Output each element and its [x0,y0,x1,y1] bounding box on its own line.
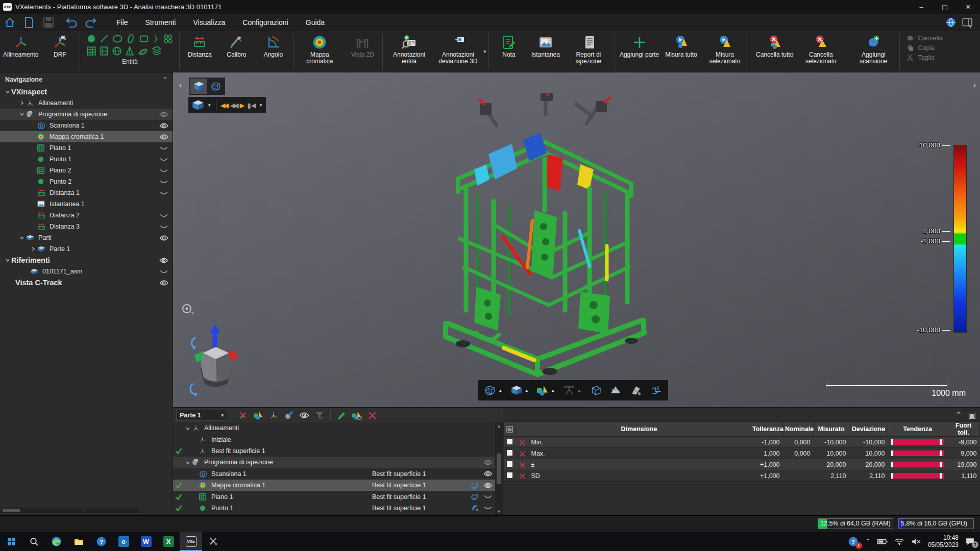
clipboard-copia[interactable]: Copia [906,44,943,52]
start-button[interactable] [0,532,22,551]
col-nominale[interactable]: Nominale [783,422,814,437]
visibility-dim-eye-icon[interactable] [483,459,493,466]
nav-item-scansiona-1[interactable]: Scansiona 1 [0,120,173,131]
collapse-panel-icon[interactable]: ⌃ [163,76,167,83]
visibility-dim-eye-icon[interactable] [159,111,169,118]
tray-help-icon[interactable]: ! [848,536,859,547]
clipboard-taglia[interactable]: Taglia [906,54,943,61]
community-globe-icon[interactable] [945,17,957,28]
tray-battery-icon[interactable] [877,537,888,546]
visibility-eye-icon[interactable] [483,470,493,477]
visibility-eye-icon[interactable] [159,279,169,286]
minimize-button[interactable]: – [910,0,933,14]
visibility-hidden-icon[interactable] [159,189,169,196]
solid-view-button[interactable] [190,79,207,94]
visibility-hidden-icon[interactable] [159,268,169,275]
taskbar-vxelements-icon[interactable]: VXe [180,532,202,551]
delete-alignment-icon[interactable] [237,410,249,421]
play-button[interactable]: ▶ [240,102,245,109]
col-deviazione[interactable]: Deviazione [849,422,888,437]
entity-layers-icon[interactable] [151,45,163,57]
taskbar-search-icon[interactable] [22,532,45,551]
part-tree-iniziale[interactable]: Iniziale [173,434,503,445]
mesh-view-button[interactable] [207,79,224,94]
row-checkbox[interactable] [507,439,512,444]
part-selector-dropdown[interactable]: Parte 1▾ [176,410,227,421]
menu-configurazioni[interactable]: Configurazioni [234,18,297,27]
visibility-eye-icon[interactable] [159,122,169,129]
nav-item-mappa-cromatica-1[interactable]: Mappa cromatica 1 [0,131,173,142]
visibility-hidden-icon[interactable] [159,156,169,163]
save-icon[interactable] [40,15,57,30]
ribbon-mappa-cromatica-button[interactable]: Mappa cromatica [295,31,344,72]
nav-item-parte-1[interactable]: Parte 1 [0,243,173,255]
entity-circle-icon[interactable] [111,33,124,44]
bounding-box-button[interactable] [589,385,602,396]
col-tendenza[interactable]: Tendenza [888,422,947,437]
nav-item-istantanea-1[interactable]: Istantanea 1 [0,198,173,210]
taskbar-help-icon[interactable] [90,532,112,551]
part-tree-mappa-cromatica-1[interactable]: Mappa cromatica 1 Best fit superficie 1 [173,480,503,491]
entity-line-icon[interactable] [99,33,110,44]
nav-item-punto-1[interactable]: Punto 1 [0,154,173,165]
viewport-3d[interactable]: ‹ ‹ ▾ ◀◀ ◀◀ ▶ ▮◀ ▾ 10,000 1,000 -1,000 -… [173,72,980,407]
nav-item-piano-1[interactable]: Piano 1 [0,142,173,154]
entity-arc-icon[interactable] [152,33,161,44]
undo-icon[interactable] [63,15,80,30]
col-fuori-toll[interactable]: Fuori toll. [947,422,980,437]
table-row-sd[interactable]: SD +1,000 2,110 2,110 1,110 [504,470,980,482]
collapse-left-icon[interactable]: ‹ [176,79,185,91]
ribbon-report-button[interactable]: Report di ispezione [564,31,613,72]
nav-item-parti[interactable]: Parti [0,232,173,243]
visibility-hidden-icon[interactable] [159,212,169,219]
part-tree-scrollbar[interactable]: ▲▼ [495,422,503,515]
visibility-eye-icon[interactable] [159,257,169,264]
panel-maximize-icon[interactable]: ▣ [968,410,976,420]
new-document-icon[interactable] [20,15,38,30]
cross-section-button[interactable] [650,385,663,396]
col-misurato[interactable]: Misurato [814,422,849,437]
maximize-button[interactable]: ▢ [933,0,957,14]
clipboard-cancella[interactable]: Cancella [906,34,943,42]
ribbon-allineamento-button[interactable]: Allineamento [0,31,41,72]
nav-item-distanza-2[interactable]: Distanza 2 [0,210,173,221]
nav-item-riferimenti[interactable]: Riferimenti [0,255,173,266]
ribbon-misura-selezionato-button[interactable]: Misura selezionato [700,31,749,72]
row-checkbox[interactable] [507,472,512,478]
table-list-icon[interactable] [504,422,516,437]
taskbar-outlook-icon[interactable]: o [112,532,135,551]
col-dimensione[interactable]: Dimensione [528,422,750,437]
ribbon-cancella-tutto-button[interactable]: Cancella tutto [753,31,796,72]
ribbon-nota-button[interactable]: Nota [491,31,527,72]
taskbar-explorer-icon[interactable] [67,532,90,551]
section-plane-button[interactable] [629,385,643,396]
entities-icon[interactable] [252,410,264,421]
panel-collapse-icon[interactable]: ⌃ [955,410,962,420]
ribbon-angolo-button[interactable]: Angolo [255,31,291,72]
alignment-icon[interactable] [267,410,280,421]
taskbar-excel-icon[interactable]: X [157,532,180,551]
visibility-hidden-icon[interactable] [159,178,169,185]
entity-ellipse-icon[interactable] [125,33,136,44]
nav-item-vxinspect[interactable]: VXinspect [0,86,173,97]
nav-item-distanza-3[interactable]: Distanza 3 [0,221,173,232]
table-row-plusminus[interactable]: ± +1,000 20,000 20,000 19,000 [504,459,980,470]
entity-surface-icon[interactable] [137,45,149,57]
redo-icon[interactable] [82,15,100,30]
entity-cone-icon[interactable] [124,45,135,57]
tray-volume-muted-icon[interactable] [911,537,921,546]
link-entities-icon[interactable] [351,410,363,421]
paint-icon[interactable] [283,410,295,421]
notification-center-icon[interactable]: 7 [965,537,975,546]
ribbon-istantanea-button[interactable]: Istantanea [527,31,564,72]
part-tree-allineamenti[interactable]: Allineamenti [173,422,503,434]
show-ctrack-button[interactable]: ▴ [562,385,582,396]
part-tree-best-fit[interactable]: Best fit superficie 1 [173,445,503,457]
row-checkbox[interactable] [507,461,512,467]
entity-rectangle-icon[interactable] [138,33,150,44]
visibility-hidden-icon[interactable] [483,505,493,511]
filter-icon[interactable] [313,410,326,421]
visibility-hidden-icon[interactable] [159,167,169,174]
taskbar-clock[interactable]: 10:48 05/05/2023 [928,534,959,548]
ribbon-aggiungi-parte-button[interactable]: Aggiungi parte [617,31,662,72]
